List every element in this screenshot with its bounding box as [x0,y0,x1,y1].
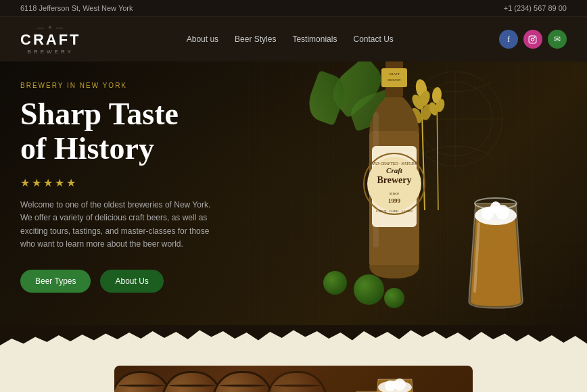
nav-about[interactable]: About us [187,34,218,44]
svg-point-40 [394,378,406,391]
top-bar: 6118 Jefferson St, West New York +1 (234… [0,0,587,17]
nav-contact[interactable]: Contact Us [353,34,393,44]
hop-ball-3 [384,288,404,308]
barrel-4 [266,371,327,393]
nav-beer-styles[interactable]: Beer Styles [235,34,276,44]
svg-text:Brewery: Brewery [377,175,411,185]
header: — × — CRAFT BREWERY About us Beer Styles… [0,17,587,62]
hero-buttons: Beer Types About Us [20,270,237,293]
email-icon[interactable]: ✉ [548,30,567,49]
beer-types-button[interactable]: Beer Types [20,270,91,293]
main-nav: About us Beer Styles Testimonials Contac… [187,34,394,44]
hero-description: Welcome to one of the oldest breweries o… [20,199,223,251]
hero-section: BREWERY IN NEW YORK Sharp Taste of Histo… [0,62,587,325]
barrel-image [114,366,473,392]
phone: +1 (234) 567 89 00 [504,4,567,12]
star-5: ★ [66,176,76,189]
bottom-section [0,359,587,392]
barrel-2 [162,371,222,393]
hero-stars: ★ ★ ★ ★ ★ [20,176,237,189]
svg-point-36 [490,201,501,214]
about-us-button[interactable]: About Us [100,270,163,293]
logo[interactable]: — × — CRAFT BREWERY [20,24,81,55]
tear-shape [0,325,587,359]
facebook-icon[interactable]: f [499,30,518,49]
hero-title: Sharp Taste of History [20,97,237,166]
scene-beer-glass-2 [351,386,385,392]
star-4: ★ [55,176,64,189]
star-3: ★ [43,176,53,189]
svg-point-1 [532,38,534,41]
svg-text:Craft: Craft [386,166,403,174]
hero-content: BREWERY IN NEW YORK Sharp Taste of Histo… [0,62,257,293]
logo-subtitle: BREWERY [28,49,74,55]
section-divider [0,325,587,359]
svg-point-2 [534,36,536,38]
svg-text:STOUT · DARK · LAGER: STOUT · DARK · LAGER [376,210,413,213]
svg-text:1999: 1999 [388,197,401,204]
hero-eyebrow: BREWERY IN NEW YORK [20,82,237,89]
beer-bottle: HAND-CRAFTED · NATURAL · Craft Brewery s… [357,62,431,295]
svg-text:since: since [390,191,399,196]
barrel-scene [114,366,473,392]
logo-title: CRAFT [20,31,81,49]
logo-deco: — × — [37,24,64,31]
svg-rect-0 [530,36,537,43]
star-2: ★ [32,176,41,189]
social-icons: f ✉ [499,30,567,49]
svg-text:HAND-CRAFTED · NATURAL ·: HAND-CRAFTED · NATURAL · [367,162,421,166]
svg-text:BREWERY: BREWERY [388,78,400,82]
svg-rect-30 [381,68,407,87]
address: 6118 Jefferson St, West New York [20,4,133,12]
hop-ball-2 [323,271,347,295]
nav-testimonials[interactable]: Testimonials [292,34,337,44]
hero-product-image: HAND-CRAFTED · NATURAL · Craft Brewery s… [289,62,546,325]
barrel-3 [212,371,273,393]
beer-glass [465,183,526,318]
svg-text:CRAFT: CRAFT [389,72,400,76]
instagram-icon[interactable] [523,30,542,49]
hop-ball-1 [354,274,384,305]
star-1: ★ [20,176,30,189]
